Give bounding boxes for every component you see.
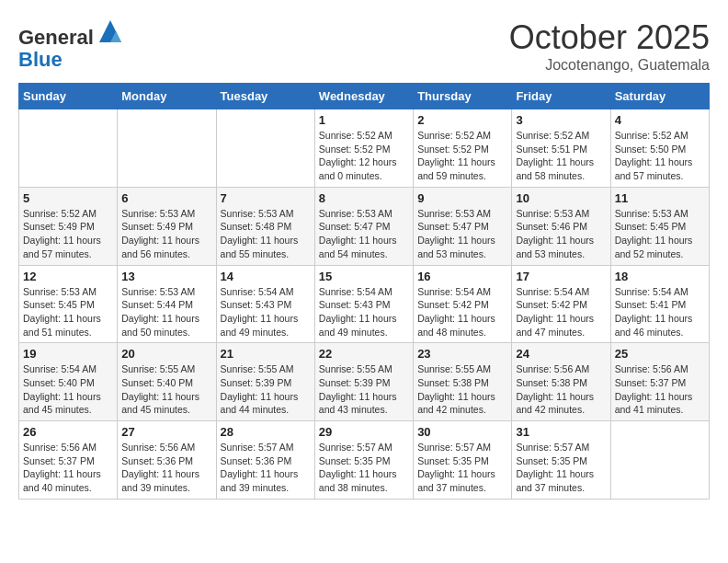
calendar-cell: 12Sunrise: 5:53 AM Sunset: 5:45 PM Dayli… <box>19 265 118 343</box>
weekday-header-friday: Friday <box>512 84 610 109</box>
day-info: Sunrise: 5:55 AM Sunset: 5:38 PM Dayligh… <box>417 362 507 417</box>
calendar-cell <box>610 421 709 500</box>
day-info: Sunrise: 5:53 AM Sunset: 5:46 PM Dayligh… <box>516 207 606 261</box>
calendar-cell: 6Sunrise: 5:53 AM Sunset: 5:49 PM Daylig… <box>118 187 216 265</box>
logo: General Blue <box>18 18 123 71</box>
calendar-cell: 10Sunrise: 5:53 AM Sunset: 5:46 PM Dayli… <box>512 187 610 265</box>
location-text: Jocotenango, Guatemala <box>509 57 710 74</box>
calendar-cell: 3Sunrise: 5:52 AM Sunset: 5:51 PM Daylig… <box>512 109 610 188</box>
day-info: Sunrise: 5:53 AM Sunset: 5:47 PM Dayligh… <box>417 207 507 261</box>
weekday-header-saturday: Saturday <box>610 84 709 109</box>
day-number: 8 <box>319 191 409 205</box>
day-info: Sunrise: 5:52 AM Sunset: 5:52 PM Dayligh… <box>319 129 409 183</box>
day-number: 25 <box>615 347 705 361</box>
calendar-cell: 14Sunrise: 5:54 AM Sunset: 5:43 PM Dayli… <box>216 265 314 343</box>
calendar-table: SundayMondayTuesdayWednesdayThursdayFrid… <box>18 83 710 500</box>
day-number: 3 <box>516 113 606 127</box>
day-number: 7 <box>221 191 311 205</box>
day-info: Sunrise: 5:53 AM Sunset: 5:45 PM Dayligh… <box>615 207 705 261</box>
day-number: 18 <box>615 270 705 283</box>
day-number: 15 <box>319 270 409 283</box>
calendar-cell: 23Sunrise: 5:55 AM Sunset: 5:38 PM Dayli… <box>414 343 512 421</box>
day-info: Sunrise: 5:54 AM Sunset: 5:43 PM Dayligh… <box>221 285 311 339</box>
logo-icon <box>97 18 123 44</box>
day-info: Sunrise: 5:53 AM Sunset: 5:44 PM Dayligh… <box>121 285 211 339</box>
day-number: 10 <box>516 191 606 205</box>
calendar-cell: 29Sunrise: 5:57 AM Sunset: 5:35 PM Dayli… <box>314 421 413 500</box>
day-info: Sunrise: 5:56 AM Sunset: 5:37 PM Dayligh… <box>23 441 113 495</box>
day-info: Sunrise: 5:54 AM Sunset: 5:40 PM Dayligh… <box>23 362 113 417</box>
day-number: 6 <box>121 191 211 205</box>
day-info: Sunrise: 5:53 AM Sunset: 5:45 PM Dayligh… <box>23 285 113 339</box>
calendar-cell: 30Sunrise: 5:57 AM Sunset: 5:35 PM Dayli… <box>414 421 512 500</box>
day-info: Sunrise: 5:57 AM Sunset: 5:35 PM Dayligh… <box>319 441 409 495</box>
calendar-cell: 1Sunrise: 5:52 AM Sunset: 5:52 PM Daylig… <box>314 109 413 188</box>
day-number: 13 <box>121 270 211 283</box>
day-number: 12 <box>23 270 113 283</box>
calendar-cell: 28Sunrise: 5:57 AM Sunset: 5:36 PM Dayli… <box>216 421 314 500</box>
calendar-cell: 11Sunrise: 5:53 AM Sunset: 5:45 PM Dayli… <box>610 187 709 265</box>
calendar-cell: 16Sunrise: 5:54 AM Sunset: 5:42 PM Dayli… <box>414 265 512 343</box>
weekday-header-sunday: Sunday <box>19 84 118 109</box>
calendar-week-row: 26Sunrise: 5:56 AM Sunset: 5:37 PM Dayli… <box>19 421 710 500</box>
day-number: 2 <box>417 113 507 127</box>
day-number: 26 <box>23 425 113 439</box>
day-number: 14 <box>221 270 311 283</box>
day-info: Sunrise: 5:55 AM Sunset: 5:39 PM Dayligh… <box>319 362 409 417</box>
calendar-week-row: 5Sunrise: 5:52 AM Sunset: 5:49 PM Daylig… <box>19 187 710 265</box>
calendar-cell: 19Sunrise: 5:54 AM Sunset: 5:40 PM Dayli… <box>19 343 118 421</box>
day-number: 9 <box>417 191 507 205</box>
calendar-week-row: 12Sunrise: 5:53 AM Sunset: 5:45 PM Dayli… <box>19 265 710 343</box>
day-info: Sunrise: 5:52 AM Sunset: 5:49 PM Dayligh… <box>23 207 113 261</box>
weekday-header-monday: Monday <box>118 84 216 109</box>
calendar-cell <box>19 109 118 188</box>
calendar-cell <box>118 109 216 188</box>
calendar-cell: 13Sunrise: 5:53 AM Sunset: 5:44 PM Dayli… <box>118 265 216 343</box>
day-number: 1 <box>319 113 409 127</box>
day-number: 21 <box>221 347 311 361</box>
calendar-cell: 22Sunrise: 5:55 AM Sunset: 5:39 PM Dayli… <box>314 343 413 421</box>
calendar-week-row: 19Sunrise: 5:54 AM Sunset: 5:40 PM Dayli… <box>19 343 710 421</box>
calendar-cell: 17Sunrise: 5:54 AM Sunset: 5:42 PM Dayli… <box>512 265 610 343</box>
day-number: 4 <box>615 113 705 127</box>
calendar-week-row: 1Sunrise: 5:52 AM Sunset: 5:52 PM Daylig… <box>19 109 710 188</box>
calendar-cell: 8Sunrise: 5:53 AM Sunset: 5:47 PM Daylig… <box>314 187 413 265</box>
calendar-cell: 5Sunrise: 5:52 AM Sunset: 5:49 PM Daylig… <box>19 187 118 265</box>
calendar-cell: 18Sunrise: 5:54 AM Sunset: 5:41 PM Dayli… <box>610 265 709 343</box>
day-number: 19 <box>23 347 113 361</box>
day-info: Sunrise: 5:57 AM Sunset: 5:35 PM Dayligh… <box>417 441 507 495</box>
day-number: 29 <box>319 425 409 439</box>
day-info: Sunrise: 5:55 AM Sunset: 5:40 PM Dayligh… <box>121 362 211 417</box>
calendar-cell: 24Sunrise: 5:56 AM Sunset: 5:38 PM Dayli… <box>512 343 610 421</box>
calendar-cell: 26Sunrise: 5:56 AM Sunset: 5:37 PM Dayli… <box>19 421 118 500</box>
calendar-header-row: SundayMondayTuesdayWednesdayThursdayFrid… <box>19 84 710 109</box>
calendar-cell: 2Sunrise: 5:52 AM Sunset: 5:52 PM Daylig… <box>414 109 512 188</box>
calendar-cell: 4Sunrise: 5:52 AM Sunset: 5:50 PM Daylig… <box>610 109 709 188</box>
day-info: Sunrise: 5:56 AM Sunset: 5:37 PM Dayligh… <box>615 362 705 417</box>
logo-general-text: General <box>18 26 94 49</box>
weekday-header-tuesday: Tuesday <box>216 84 314 109</box>
day-info: Sunrise: 5:56 AM Sunset: 5:36 PM Dayligh… <box>121 441 211 495</box>
day-number: 17 <box>516 270 606 283</box>
day-number: 20 <box>121 347 211 361</box>
day-info: Sunrise: 5:53 AM Sunset: 5:49 PM Dayligh… <box>121 207 211 261</box>
logo-blue-text: Blue <box>18 48 63 71</box>
day-number: 23 <box>417 347 507 361</box>
title-block: October 2025 Jocotenango, Guatemala <box>509 18 710 74</box>
day-info: Sunrise: 5:57 AM Sunset: 5:36 PM Dayligh… <box>221 441 311 495</box>
day-info: Sunrise: 5:57 AM Sunset: 5:35 PM Dayligh… <box>516 441 606 495</box>
day-info: Sunrise: 5:55 AM Sunset: 5:39 PM Dayligh… <box>221 362 311 417</box>
calendar-cell <box>216 109 314 188</box>
day-info: Sunrise: 5:52 AM Sunset: 5:50 PM Dayligh… <box>615 129 705 183</box>
day-info: Sunrise: 5:54 AM Sunset: 5:41 PM Dayligh… <box>615 285 705 339</box>
month-title: October 2025 <box>509 18 710 57</box>
calendar-cell: 7Sunrise: 5:53 AM Sunset: 5:48 PM Daylig… <box>216 187 314 265</box>
day-info: Sunrise: 5:54 AM Sunset: 5:43 PM Dayligh… <box>319 285 409 339</box>
day-number: 28 <box>221 425 311 439</box>
calendar-cell: 20Sunrise: 5:55 AM Sunset: 5:40 PM Dayli… <box>118 343 216 421</box>
calendar-cell: 31Sunrise: 5:57 AM Sunset: 5:35 PM Dayli… <box>512 421 610 500</box>
day-number: 31 <box>516 425 606 439</box>
day-number: 5 <box>23 191 113 205</box>
calendar-cell: 25Sunrise: 5:56 AM Sunset: 5:37 PM Dayli… <box>610 343 709 421</box>
weekday-header-thursday: Thursday <box>414 84 512 109</box>
